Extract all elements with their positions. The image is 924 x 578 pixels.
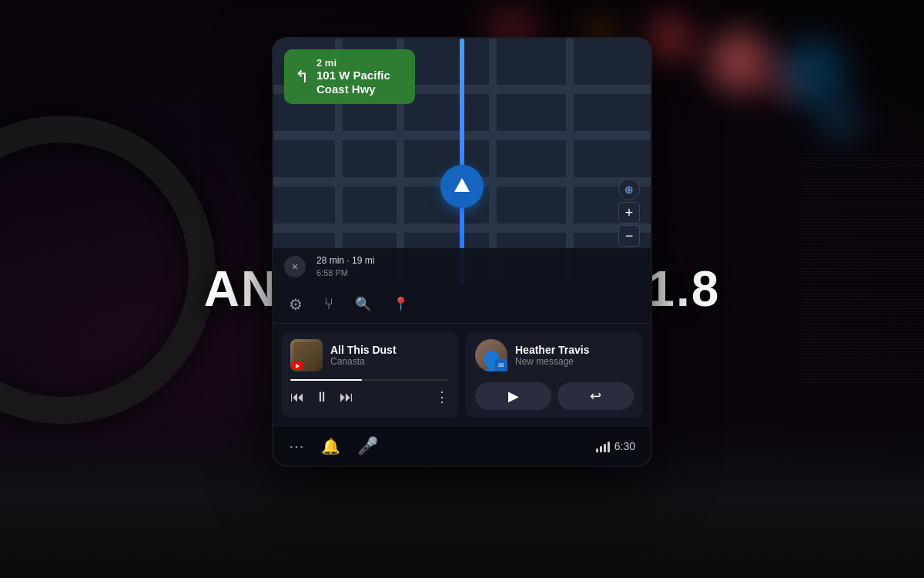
music-card: All This Dust Canasta ⏮ ⏸ ⏭ ⋮ (281, 331, 458, 418)
avatar-container: 👤 ✉ (475, 339, 507, 371)
search-icon[interactable]: 🔍 (355, 296, 371, 312)
turn-distance: 2 mi (316, 57, 390, 69)
zoom-in-button[interactable]: + (618, 202, 640, 223)
turn-text: 2 mi 101 W Pacific Coast Hwy (316, 57, 390, 96)
bokeh-light (778, 39, 847, 108)
bokeh-light (708, 31, 770, 92)
bokeh-light (647, 15, 693, 62)
reply-message-button[interactable]: ↩ (557, 382, 634, 410)
song-title: All This Dust (330, 344, 449, 356)
progress-bar[interactable] (290, 379, 449, 381)
music-top: All This Dust Canasta (290, 339, 449, 371)
map-area: ⊕ + − ↰ 2 mi 101 W Pacific Coast Hwy × 2… (273, 39, 651, 285)
map-toolbar: ⚙ ⑂ 🔍 📍 (273, 285, 651, 324)
message-card: 👤 ✉ Heather Travis New message ▶ ↩ (466, 331, 643, 418)
more-button[interactable]: ⋮ (435, 388, 449, 405)
mic-icon[interactable]: 🎤 (357, 436, 378, 456)
progress-bar-fill (290, 379, 362, 381)
signal-bar-2 (600, 446, 602, 452)
turn-arrow-icon: ↰ (295, 67, 309, 87)
signal-bar-4 (608, 442, 610, 452)
eta-bar: × 28 min · 19 mi 6:58 PM (273, 248, 651, 285)
settings-icon[interactable]: ⚙ (289, 295, 303, 314)
next-button[interactable]: ⏭ (340, 389, 353, 405)
apps-icon[interactable]: ⋯ (289, 437, 304, 455)
zoom-out-button[interactable]: − (618, 225, 640, 247)
zoom-controls: + − (618, 202, 640, 247)
clock: 6:30 (614, 440, 635, 452)
pin-icon[interactable]: 📍 (393, 296, 409, 312)
bottom-nav: ⋯ 🔔 🎤 6:30 (273, 425, 651, 465)
youtube-badge (292, 362, 303, 370)
sender-name: Heather Travis (515, 344, 634, 356)
cards-area: All This Dust Canasta ⏮ ⏸ ⏭ ⋮ 👤 (273, 324, 651, 425)
eta-info: 28 min · 19 mi 6:58 PM (316, 255, 374, 278)
eta-arrival: 6:58 PM (316, 267, 374, 278)
compass-icon[interactable]: ⊕ (618, 179, 640, 200)
turn-street-line2: Coast Hwy (316, 82, 390, 96)
signal-bars (596, 440, 610, 452)
turn-street-line1: 101 W Pacific (316, 69, 390, 82)
steering-wheel (0, 116, 216, 424)
message-badge: ✉ (495, 359, 507, 371)
status-area: 6:30 (596, 440, 635, 452)
bokeh-light (820, 100, 862, 143)
signal-bar-1 (596, 449, 598, 452)
nav-arrow-inner (454, 178, 470, 192)
play-message-button[interactable]: ▶ (475, 382, 551, 410)
speaker-grille (801, 154, 924, 385)
music-controls: ⏮ ⏸ ⏭ ⋮ (290, 388, 449, 405)
message-actions: ▶ ↩ (475, 382, 634, 410)
album-art (290, 339, 323, 371)
music-info: All This Dust Canasta (330, 344, 449, 367)
nav-arrow (440, 165, 484, 208)
device-screen: ⊕ + − ↰ 2 mi 101 W Pacific Coast Hwy × 2… (273, 39, 651, 465)
message-preview: New message (515, 356, 634, 367)
play-pause-button[interactable]: ⏸ (315, 389, 329, 405)
eta-time: 28 min · 19 mi (316, 255, 374, 267)
message-info: Heather Travis New message (515, 344, 634, 367)
message-top: 👤 ✉ Heather Travis New message (475, 339, 634, 371)
fork-icon[interactable]: ⑂ (324, 295, 333, 313)
prev-button[interactable]: ⏮ (290, 389, 304, 405)
yt-triangle (296, 364, 300, 368)
turn-instruction: ↰ 2 mi 101 W Pacific Coast Hwy (284, 49, 415, 104)
song-artist: Canasta (330, 356, 449, 367)
close-route-button[interactable]: × (284, 256, 306, 277)
bell-icon[interactable]: 🔔 (321, 437, 340, 455)
signal-bar-3 (604, 444, 606, 452)
